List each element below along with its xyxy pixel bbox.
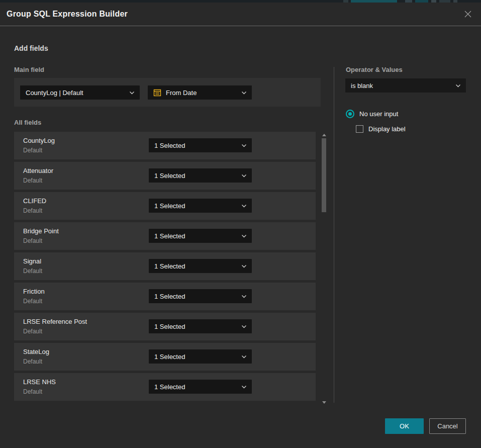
dialog-title: Group SQL Expression Builder — [7, 10, 463, 19]
scrollbar-down-arrow[interactable] — [322, 401, 326, 404]
field-count-select[interactable]: 1 Selected — [149, 168, 252, 183]
field-row: StateLog Default 1 Selected — [14, 343, 316, 371]
radio-icon — [346, 110, 354, 118]
operator-select-value: is blank — [351, 82, 455, 89]
list-scrollbar — [321, 132, 327, 405]
field-subtitle: Default — [23, 147, 42, 154]
field-subtitle: Default — [23, 207, 42, 214]
field-row: Friction Default 1 Selected — [14, 283, 316, 310]
field-subtitle: Default — [23, 388, 42, 395]
display-label-label: Display label — [368, 125, 406, 133]
scrollbar-thumb[interactable] — [322, 138, 326, 212]
field-count-select-value: 1 Selected — [154, 262, 241, 270]
field-row: Bridge Point Default 1 Selected — [14, 222, 316, 250]
field-count-select[interactable]: 1 Selected — [149, 199, 252, 213]
field-row: CountyLog Default 1 Selected — [14, 132, 316, 159]
field-row: LRSE NHS Default 1 Selected — [14, 373, 316, 401]
main-field-select[interactable]: CountyLog | Default — [20, 85, 140, 100]
chevron-down-icon — [241, 385, 247, 389]
field-name: Attenuator — [23, 167, 53, 174]
chevron-down-icon — [241, 174, 247, 177]
dialog-header: Group SQL Expression Builder — [0, 3, 481, 26]
chevron-down-icon — [455, 84, 461, 87]
chevron-down-icon — [241, 234, 247, 238]
field-count-select-value: 1 Selected — [154, 323, 241, 330]
field-row: CLIFED Default 1 Selected — [14, 192, 316, 220]
main-field-value-select[interactable]: From Date — [148, 85, 252, 100]
all-fields-list: CountyLog Default 1 Selected Attenuator … — [14, 132, 316, 401]
field-count-select[interactable]: 1 Selected — [149, 380, 252, 394]
field-count-select-value: 1 Selected — [154, 232, 241, 240]
field-name: Signal — [23, 257, 41, 265]
field-name: Bridge Point — [23, 227, 59, 235]
ok-button[interactable]: OK — [385, 418, 424, 434]
field-count-select-value: 1 Selected — [154, 202, 241, 210]
operator-select[interactable]: is blank — [345, 78, 466, 93]
field-count-select[interactable]: 1 Selected — [149, 138, 252, 152]
field-count-select-value: 1 Selected — [154, 353, 241, 361]
field-count-select-value: 1 Selected — [154, 172, 241, 180]
field-row: Attenuator Default 1 Selected — [14, 162, 316, 190]
field-subtitle: Default — [23, 328, 42, 335]
chevron-down-icon — [241, 91, 247, 95]
close-icon[interactable] — [463, 9, 473, 19]
no-user-input-radio[interactable]: No user input — [346, 110, 398, 118]
field-name: StateLog — [23, 348, 49, 355]
chevron-down-icon — [241, 264, 247, 268]
panel-divider — [334, 67, 334, 403]
field-name: CLIFED — [23, 197, 46, 205]
field-count-select-value: 1 Selected — [154, 142, 241, 149]
chevron-down-icon — [241, 325, 247, 328]
add-fields-heading: Add fields — [14, 44, 48, 52]
field-subtitle: Default — [23, 267, 42, 275]
main-field-panel: CountyLog | Default From Date — [14, 78, 321, 107]
field-count-select-value: 1 Selected — [154, 293, 241, 300]
field-count-select[interactable]: 1 Selected — [149, 349, 252, 364]
main-field-value-select-value: From Date — [166, 89, 241, 97]
main-field-select-value: CountyLog | Default — [26, 89, 129, 97]
operator-values-heading: Operator & Values — [346, 66, 403, 73]
field-row: LRSE Reference Post Default 1 Selected — [14, 313, 316, 340]
field-name: Friction — [23, 288, 45, 295]
scrollbar-up-arrow[interactable] — [322, 134, 326, 136]
chevron-down-icon — [129, 91, 135, 95]
calendar-icon — [153, 88, 161, 97]
field-name: LRSE Reference Post — [23, 318, 87, 325]
chevron-down-icon — [241, 204, 247, 208]
chevron-down-icon — [241, 295, 247, 298]
field-count-select[interactable]: 1 Selected — [149, 229, 252, 243]
field-name: LRSE NHS — [23, 378, 56, 386]
no-user-input-label: No user input — [359, 110, 398, 118]
field-count-select[interactable]: 1 Selected — [149, 259, 252, 273]
field-count-select-value: 1 Selected — [154, 383, 241, 391]
field-count-select[interactable]: 1 Selected — [149, 319, 252, 333]
field-subtitle: Default — [23, 177, 42, 184]
field-count-select[interactable]: 1 Selected — [149, 289, 252, 303]
field-row: Signal Default 1 Selected — [14, 252, 316, 280]
cancel-button[interactable]: Cancel — [429, 418, 466, 434]
main-field-label: Main field — [14, 66, 44, 73]
field-subtitle: Default — [23, 298, 42, 305]
field-subtitle: Default — [23, 237, 42, 244]
field-subtitle: Default — [23, 358, 42, 365]
display-label-checkbox[interactable]: Display label — [356, 125, 406, 133]
field-name: CountyLog — [23, 137, 55, 144]
checkbox-icon — [356, 125, 363, 133]
chevron-down-icon — [241, 355, 247, 359]
all-fields-label: All fields — [14, 119, 41, 126]
chevron-down-icon — [241, 144, 247, 147]
